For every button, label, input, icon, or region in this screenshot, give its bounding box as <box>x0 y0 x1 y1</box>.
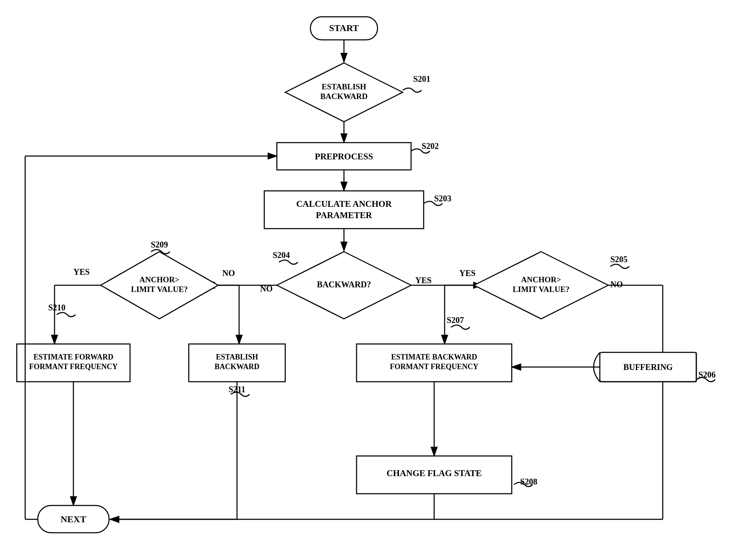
svg-text:NO: NO <box>610 280 623 289</box>
s203-rect <box>264 191 424 229</box>
svg-text:YES: YES <box>73 267 90 276</box>
svg-text:BACKWARD?: BACKWARD? <box>317 280 371 289</box>
svg-text:S207: S207 <box>447 315 464 325</box>
svg-text:LIMIT VALUE?: LIMIT VALUE? <box>131 285 188 294</box>
svg-text:LIMIT VALUE?: LIMIT VALUE? <box>513 285 570 294</box>
svg-text:S205: S205 <box>610 255 628 264</box>
svg-text:NO: NO <box>222 268 235 278</box>
start-label: START <box>329 23 359 33</box>
svg-text:S204: S204 <box>273 250 290 260</box>
svg-text:CALCULATE ANCHOR: CALCULATE ANCHOR <box>296 199 392 209</box>
svg-text:CHANGE FLAG STATE: CHANGE FLAG STATE <box>387 468 482 478</box>
svg-text:S203: S203 <box>434 194 451 203</box>
svg-text:YES: YES <box>415 276 432 285</box>
svg-text:S202: S202 <box>422 141 439 151</box>
s201-label: S201 <box>413 74 430 83</box>
svg-text:ANCHOR>: ANCHOR> <box>139 275 179 284</box>
svg-text:S210: S210 <box>48 303 65 312</box>
svg-text:BACKWARD: BACKWARD <box>320 92 368 101</box>
svg-text:NEXT: NEXT <box>60 514 86 524</box>
flowchart: START ESTABLISH BACKWARD S201 PREPROCESS… <box>0 0 737 560</box>
svg-text:ESTABLISH: ESTABLISH <box>216 353 258 361</box>
svg-text:ESTIMATE FORWARD: ESTIMATE FORWARD <box>34 353 114 361</box>
svg-text:S209: S209 <box>151 240 168 249</box>
svg-text:FORMANT FREQUENCY: FORMANT FREQUENCY <box>390 362 478 371</box>
svg-text:FORMANT FREQUENCY: FORMANT FREQUENCY <box>29 362 117 371</box>
svg-text:PREPROCESS: PREPROCESS <box>315 151 373 161</box>
svg-text:YES: YES <box>459 268 476 278</box>
svg-text:ESTABLISH: ESTABLISH <box>322 82 367 91</box>
svg-text:PARAMETER: PARAMETER <box>316 210 372 220</box>
svg-text:ANCHOR>: ANCHOR> <box>521 275 561 284</box>
svg-text:BUFFERING: BUFFERING <box>623 362 673 372</box>
svg-text:ESTIMATE BACKWARD: ESTIMATE BACKWARD <box>391 353 477 361</box>
svg-text:S208: S208 <box>520 477 537 486</box>
svg-text:BACKWARD: BACKWARD <box>214 362 259 371</box>
